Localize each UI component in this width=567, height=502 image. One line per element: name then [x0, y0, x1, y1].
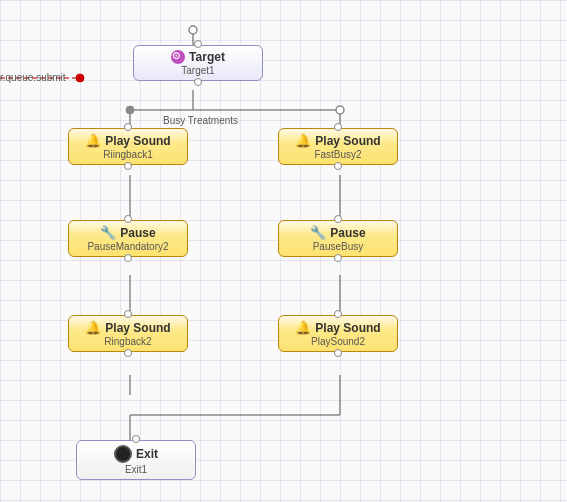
play-sound-1-title-text: Play Sound [105, 134, 170, 148]
connector-bottom-ps1 [124, 162, 132, 170]
connector-top-ps3 [124, 310, 132, 318]
node-play-sound-3[interactable]: 🔔 Play Sound Ringback2 [68, 315, 188, 352]
play-sound-2-subtitle: FastBusy2 [314, 149, 361, 160]
pause-2-box[interactable]: 🔧 Pause PauseBusy [278, 220, 398, 257]
play-sound-2-title: 🔔 Play Sound [295, 133, 380, 148]
target-icon [171, 50, 185, 64]
play-sound-4-subtitle: PlaySound2 [311, 336, 365, 347]
node-play-sound-2[interactable]: 🔔 Play Sound FastBusy2 [278, 128, 398, 165]
play-sound-2-title-text: Play Sound [315, 134, 380, 148]
target-title-text: Target [189, 50, 225, 64]
connector-bottom-ps3 [124, 349, 132, 357]
connector-top-p2 [334, 215, 342, 223]
play-sound-3-title: 🔔 Play Sound [85, 320, 170, 335]
pause-1-title-text: Pause [120, 226, 155, 240]
play-sound-3-title-text: Play Sound [105, 321, 170, 335]
connector-top-ps2 [334, 123, 342, 131]
target-subtitle: Target1 [181, 65, 214, 76]
svg-point-18 [336, 106, 344, 114]
target-title: Target [171, 50, 225, 64]
pause-2-subtitle: PauseBusy [313, 241, 364, 252]
connector-bottom-p1 [124, 254, 132, 262]
play-sound-1-box[interactable]: 🔔 Play Sound Riingback1 [68, 128, 188, 165]
workflow-canvas: r.queue.submit Busy Treatments Target Ta… [0, 0, 567, 502]
node-play-sound-4[interactable]: 🔔 Play Sound PlaySound2 [278, 315, 398, 352]
pause-icon-1: 🔧 [100, 225, 116, 240]
play-sound-1-subtitle: Riingback1 [103, 149, 152, 160]
connector-top-target [194, 40, 202, 48]
exit-icon [114, 445, 132, 463]
play-icon-1: 🔔 [85, 133, 101, 148]
play-sound-3-subtitle: Ringback2 [104, 336, 151, 347]
connector-top-exit [132, 435, 140, 443]
play-sound-4-box[interactable]: 🔔 Play Sound PlaySound2 [278, 315, 398, 352]
pause-icon-2: 🔧 [310, 225, 326, 240]
connector-top-ps4 [334, 310, 342, 318]
svg-point-17 [126, 106, 134, 114]
node-target[interactable]: Target Target1 [133, 45, 263, 81]
play-sound-3-box[interactable]: 🔔 Play Sound Ringback2 [68, 315, 188, 352]
pause-1-title: 🔧 Pause [100, 225, 155, 240]
play-sound-4-title: 🔔 Play Sound [295, 320, 380, 335]
play-icon-4: 🔔 [295, 320, 311, 335]
node-pause-1[interactable]: 🔧 Pause PauseMandatory2 [68, 220, 188, 257]
node-play-sound-1[interactable]: 🔔 Play Sound Riingback1 [68, 128, 188, 165]
svg-point-16 [189, 26, 197, 34]
exit-title: Exit [114, 445, 158, 463]
submit-label: r.queue.submit [0, 72, 66, 83]
connector-top-ps1 [124, 123, 132, 131]
pause-2-title-text: Pause [330, 226, 365, 240]
pause-1-subtitle: PauseMandatory2 [87, 241, 168, 252]
connector-bottom-p2 [334, 254, 342, 262]
play-sound-1-title: 🔔 Play Sound [85, 133, 170, 148]
node-exit[interactable]: Exit Exit1 [76, 440, 196, 480]
connector-bottom-ps4 [334, 349, 342, 357]
exit-box[interactable]: Exit Exit1 [76, 440, 196, 480]
busy-treatments-label: Busy Treatments [163, 115, 238, 126]
connector-bottom-ps2 [334, 162, 342, 170]
exit-title-text: Exit [136, 447, 158, 461]
play-sound-4-title-text: Play Sound [315, 321, 380, 335]
play-sound-2-box[interactable]: 🔔 Play Sound FastBusy2 [278, 128, 398, 165]
pause-1-box[interactable]: 🔧 Pause PauseMandatory2 [68, 220, 188, 257]
node-pause-2[interactable]: 🔧 Pause PauseBusy [278, 220, 398, 257]
exit-subtitle: Exit1 [125, 464, 147, 475]
svg-point-15 [76, 74, 84, 82]
play-icon-2: 🔔 [295, 133, 311, 148]
connector-top-p1 [124, 215, 132, 223]
play-icon-3: 🔔 [85, 320, 101, 335]
target-box[interactable]: Target Target1 [133, 45, 263, 81]
connector-bottom-target [194, 78, 202, 86]
pause-2-title: 🔧 Pause [310, 225, 365, 240]
